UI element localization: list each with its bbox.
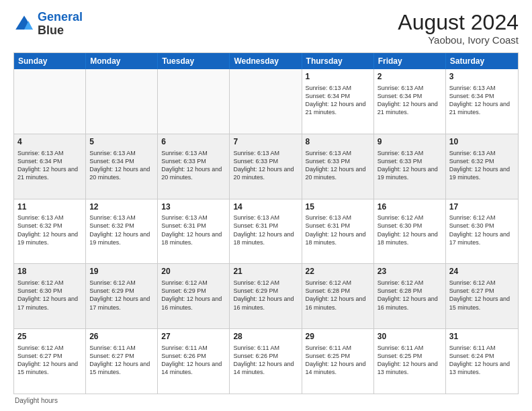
calendar-cell: 3Sunrise: 6:13 AMSunset: 6:34 PMDaylight… xyxy=(446,69,518,134)
calendar-cell: 15Sunrise: 6:13 AMSunset: 6:31 PMDayligh… xyxy=(302,199,374,264)
day-info: Sunrise: 6:13 AMSunset: 6:34 PMDaylight:… xyxy=(89,149,154,182)
day-info: Sunrise: 6:13 AMSunset: 6:34 PMDaylight:… xyxy=(449,84,515,117)
calendar-row: 1Sunrise: 6:13 AMSunset: 6:34 PMDaylight… xyxy=(14,69,518,134)
calendar-cell: 19Sunrise: 6:12 AMSunset: 6:29 PMDayligh… xyxy=(86,264,158,328)
calendar-cell xyxy=(14,69,86,134)
calendar-header-cell: Wednesday xyxy=(230,53,302,69)
day-number: 1 xyxy=(306,72,370,83)
footer-note: Daylight hours xyxy=(13,397,519,404)
day-info: Sunrise: 6:13 AMSunset: 6:31 PMDaylight:… xyxy=(161,214,226,246)
day-number: 4 xyxy=(17,137,82,148)
day-number: 11 xyxy=(17,202,82,213)
day-info: Sunrise: 6:13 AMSunset: 6:34 PMDaylight:… xyxy=(378,84,442,117)
day-info: Sunrise: 6:13 AMSunset: 6:34 PMDaylight:… xyxy=(17,149,82,182)
day-info: Sunrise: 6:11 AMSunset: 6:25 PMDaylight:… xyxy=(378,344,442,377)
day-info: Sunrise: 6:13 AMSunset: 6:31 PMDaylight:… xyxy=(306,214,370,246)
calendar-row: 25Sunrise: 6:12 AMSunset: 6:27 PMDayligh… xyxy=(14,329,518,394)
subtitle: Yaobou, Ivory Coast xyxy=(398,34,519,46)
calendar-cell: 12Sunrise: 6:13 AMSunset: 6:32 PMDayligh… xyxy=(86,199,158,264)
calendar-row: 4Sunrise: 6:13 AMSunset: 6:34 PMDaylight… xyxy=(14,134,518,199)
calendar-cell: 28Sunrise: 6:11 AMSunset: 6:26 PMDayligh… xyxy=(230,329,302,394)
day-number: 23 xyxy=(378,267,442,277)
day-number: 14 xyxy=(233,202,298,213)
calendar-header-cell: Saturday xyxy=(446,53,518,69)
calendar-cell: 21Sunrise: 6:12 AMSunset: 6:29 PMDayligh… xyxy=(230,264,302,328)
calendar: SundayMondayTuesdayWednesdayThursdayFrid… xyxy=(13,52,519,394)
calendar-cell: 27Sunrise: 6:11 AMSunset: 6:26 PMDayligh… xyxy=(158,329,230,394)
calendar-cell: 18Sunrise: 6:12 AMSunset: 6:30 PMDayligh… xyxy=(14,264,86,328)
day-number: 26 xyxy=(89,332,154,342)
calendar-cell: 23Sunrise: 6:12 AMSunset: 6:28 PMDayligh… xyxy=(374,264,446,328)
calendar-cell: 20Sunrise: 6:12 AMSunset: 6:29 PMDayligh… xyxy=(158,264,230,328)
day-number: 3 xyxy=(449,72,515,83)
day-number: 20 xyxy=(161,267,226,277)
day-number: 16 xyxy=(378,202,442,213)
calendar-row: 18Sunrise: 6:12 AMSunset: 6:30 PMDayligh… xyxy=(14,264,518,329)
day-info: Sunrise: 6:12 AMSunset: 6:30 PMDaylight:… xyxy=(378,214,442,246)
calendar-cell: 29Sunrise: 6:11 AMSunset: 6:25 PMDayligh… xyxy=(302,329,374,394)
calendar-cell: 25Sunrise: 6:12 AMSunset: 6:27 PMDayligh… xyxy=(14,329,86,394)
day-info: Sunrise: 6:13 AMSunset: 6:33 PMDaylight:… xyxy=(161,149,226,182)
day-info: Sunrise: 6:12 AMSunset: 6:30 PMDaylight:… xyxy=(17,279,82,312)
day-info: Sunrise: 6:11 AMSunset: 6:25 PMDaylight:… xyxy=(306,344,370,377)
day-number: 9 xyxy=(378,137,442,148)
day-number: 18 xyxy=(17,267,82,277)
page: General Blue August 2024 Yaobou, Ivory C… xyxy=(0,0,532,411)
day-info: Sunrise: 6:11 AMSunset: 6:26 PMDaylight:… xyxy=(161,344,226,377)
day-number: 7 xyxy=(233,137,298,148)
day-info: Sunrise: 6:11 AMSunset: 6:26 PMDaylight:… xyxy=(233,344,298,377)
day-info: Sunrise: 6:12 AMSunset: 6:28 PMDaylight:… xyxy=(378,279,442,312)
logo: General Blue xyxy=(13,11,83,38)
calendar-row: 11Sunrise: 6:13 AMSunset: 6:32 PMDayligh… xyxy=(14,199,518,265)
calendar-cell: 8Sunrise: 6:13 AMSunset: 6:33 PMDaylight… xyxy=(302,134,374,199)
day-number: 8 xyxy=(306,137,370,148)
day-number: 10 xyxy=(449,137,515,148)
day-number: 21 xyxy=(233,267,298,277)
day-info: Sunrise: 6:12 AMSunset: 6:28 PMDaylight:… xyxy=(306,279,370,312)
calendar-cell: 10Sunrise: 6:13 AMSunset: 6:32 PMDayligh… xyxy=(446,134,518,199)
day-info: Sunrise: 6:13 AMSunset: 6:32 PMDaylight:… xyxy=(17,214,82,246)
day-info: Sunrise: 6:11 AMSunset: 6:27 PMDaylight:… xyxy=(89,344,154,377)
day-info: Sunrise: 6:13 AMSunset: 6:33 PMDaylight:… xyxy=(306,149,370,182)
day-info: Sunrise: 6:12 AMSunset: 6:29 PMDaylight:… xyxy=(233,279,298,312)
calendar-body: 1Sunrise: 6:13 AMSunset: 6:34 PMDaylight… xyxy=(14,69,518,394)
calendar-cell xyxy=(158,69,230,134)
logo-icon xyxy=(13,13,35,35)
day-number: 6 xyxy=(161,137,226,148)
main-title: August 2024 xyxy=(398,11,519,34)
header: General Blue August 2024 Yaobou, Ivory C… xyxy=(13,11,519,46)
day-number: 25 xyxy=(17,332,82,342)
calendar-cell: 26Sunrise: 6:11 AMSunset: 6:27 PMDayligh… xyxy=(86,329,158,394)
calendar-cell: 30Sunrise: 6:11 AMSunset: 6:25 PMDayligh… xyxy=(374,329,446,394)
calendar-header-cell: Monday xyxy=(86,53,158,69)
day-info: Sunrise: 6:12 AMSunset: 6:29 PMDaylight:… xyxy=(89,279,154,312)
day-info: Sunrise: 6:12 AMSunset: 6:29 PMDaylight:… xyxy=(161,279,226,312)
day-info: Sunrise: 6:11 AMSunset: 6:24 PMDaylight:… xyxy=(449,344,515,377)
calendar-cell: 13Sunrise: 6:13 AMSunset: 6:31 PMDayligh… xyxy=(158,199,230,264)
calendar-cell: 11Sunrise: 6:13 AMSunset: 6:32 PMDayligh… xyxy=(14,199,86,264)
calendar-cell: 2Sunrise: 6:13 AMSunset: 6:34 PMDaylight… xyxy=(374,69,446,134)
calendar-header-cell: Thursday xyxy=(302,53,374,69)
calendar-header-cell: Friday xyxy=(374,53,446,69)
calendar-cell xyxy=(86,69,158,134)
day-info: Sunrise: 6:13 AMSunset: 6:32 PMDaylight:… xyxy=(89,214,154,246)
day-number: 5 xyxy=(89,137,154,148)
calendar-cell: 24Sunrise: 6:12 AMSunset: 6:27 PMDayligh… xyxy=(446,264,518,328)
day-info: Sunrise: 6:13 AMSunset: 6:33 PMDaylight:… xyxy=(378,149,442,182)
calendar-cell: 14Sunrise: 6:13 AMSunset: 6:31 PMDayligh… xyxy=(230,199,302,264)
day-info: Sunrise: 6:13 AMSunset: 6:34 PMDaylight:… xyxy=(306,84,370,117)
day-number: 24 xyxy=(449,267,515,277)
day-info: Sunrise: 6:12 AMSunset: 6:27 PMDaylight:… xyxy=(17,344,82,377)
calendar-cell: 7Sunrise: 6:13 AMSunset: 6:33 PMDaylight… xyxy=(230,134,302,199)
calendar-cell: 4Sunrise: 6:13 AMSunset: 6:34 PMDaylight… xyxy=(14,134,86,199)
day-number: 19 xyxy=(89,267,154,277)
day-number: 15 xyxy=(306,202,370,213)
calendar-cell: 6Sunrise: 6:13 AMSunset: 6:33 PMDaylight… xyxy=(158,134,230,199)
day-number: 17 xyxy=(449,202,515,213)
day-number: 30 xyxy=(378,332,442,342)
logo-text: General Blue xyxy=(38,11,83,38)
day-number: 22 xyxy=(306,267,370,277)
calendar-cell: 31Sunrise: 6:11 AMSunset: 6:24 PMDayligh… xyxy=(446,329,518,394)
day-info: Sunrise: 6:13 AMSunset: 6:31 PMDaylight:… xyxy=(233,214,298,246)
day-info: Sunrise: 6:13 AMSunset: 6:32 PMDaylight:… xyxy=(449,149,515,182)
